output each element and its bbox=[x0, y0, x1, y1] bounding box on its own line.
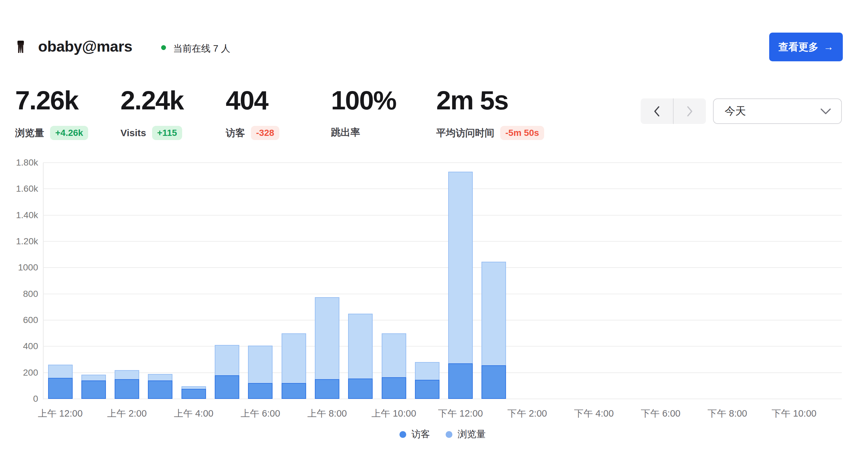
y-axis-tick-label: 1000 bbox=[0, 262, 38, 273]
bar-visitors bbox=[48, 378, 73, 399]
analytics-dashboard: obaby@mars 当前在线 7 人 查看更多 → 7.26k 浏览量 +4.… bbox=[0, 0, 868, 455]
y-axis-tick-label: 200 bbox=[0, 367, 38, 378]
bar-visitors bbox=[482, 365, 506, 399]
x-axis-tick-label: 下午 12:00 bbox=[438, 407, 483, 420]
x-axis-tick-label: 上午 12:00 bbox=[38, 407, 83, 420]
x-axis-tick-label: 上午 4:00 bbox=[174, 407, 213, 420]
bar-visitors bbox=[315, 379, 339, 399]
stat-value: 7.26k bbox=[15, 87, 120, 113]
page-title: obaby@mars bbox=[38, 37, 132, 55]
y-axis-tick-label: 1.40k bbox=[0, 210, 38, 220]
gridline bbox=[43, 267, 842, 268]
next-period-button[interactable] bbox=[674, 98, 706, 124]
x-axis-tick-label: 下午 10:00 bbox=[772, 407, 817, 420]
bar-visitors bbox=[148, 381, 173, 399]
legend-label: 访客 bbox=[411, 428, 430, 441]
view-more-label: 查看更多 bbox=[779, 40, 818, 54]
stat-change-badge: -328 bbox=[251, 126, 279, 140]
bar-visitors bbox=[115, 379, 139, 399]
date-range-select[interactable]: 今天 bbox=[713, 98, 842, 124]
stat-change-badge: +115 bbox=[152, 126, 182, 140]
stat-value: 404 bbox=[226, 87, 331, 113]
x-axis-tick-label: 上午 10:00 bbox=[371, 407, 416, 420]
x-axis-tick-label: 下午 2:00 bbox=[507, 407, 547, 420]
stat-bounce-rate: 100% 跳出率 bbox=[331, 87, 436, 139]
stat-label: 跳出率 bbox=[331, 126, 360, 139]
stat-label: 访客 bbox=[226, 127, 245, 140]
chevron-down-icon bbox=[820, 108, 832, 115]
legend-dot-pageviews bbox=[445, 431, 453, 438]
gridline bbox=[43, 241, 842, 242]
bar-visitors bbox=[448, 363, 473, 399]
gridline bbox=[43, 162, 842, 163]
stat-value: 100% bbox=[331, 87, 436, 113]
prev-period-button[interactable] bbox=[641, 98, 673, 124]
stat-label: 浏览量 bbox=[15, 127, 44, 140]
stat-change-badge: -5m 50s bbox=[500, 126, 544, 140]
y-axis-tick-label: 600 bbox=[0, 315, 38, 325]
y-axis-tick-label: 0 bbox=[0, 394, 38, 404]
chevron-left-icon bbox=[653, 105, 661, 118]
x-axis-tick-label: 下午 6:00 bbox=[641, 407, 681, 420]
stat-change-badge: +4.26k bbox=[50, 126, 88, 140]
bar-visitors bbox=[182, 389, 206, 399]
view-more-button[interactable]: 查看更多 → bbox=[769, 33, 843, 61]
x-axis-tick-label: 上午 2:00 bbox=[107, 407, 147, 420]
x-axis-tick-label: 下午 8:00 bbox=[708, 407, 747, 420]
y-axis-tick-label: 1.80k bbox=[0, 158, 38, 168]
x-axis-tick-label: 下午 4:00 bbox=[574, 407, 614, 420]
site-avatar bbox=[16, 41, 25, 53]
x-axis-tick-label: 上午 8:00 bbox=[307, 407, 347, 420]
bar-visitors bbox=[382, 377, 406, 399]
bar-visitors bbox=[215, 375, 239, 399]
online-status-text: 当前在线 7 人 bbox=[173, 42, 230, 55]
chevron-right-icon bbox=[686, 105, 694, 118]
stat-value: 2m 5s bbox=[436, 87, 604, 113]
y-axis-tick-label: 800 bbox=[0, 289, 38, 299]
legend-item-pageviews[interactable]: 浏览量 bbox=[445, 428, 486, 441]
stat-label: 平均访问时间 bbox=[436, 127, 494, 140]
chart-plot bbox=[43, 163, 842, 399]
legend-dot-visitors bbox=[399, 431, 406, 438]
stat-label: Visits bbox=[120, 127, 146, 138]
gridline bbox=[43, 215, 842, 216]
gridline bbox=[43, 294, 842, 294]
stat-pageviews: 7.26k 浏览量 +4.26k bbox=[15, 87, 120, 140]
online-status-dot bbox=[161, 45, 166, 50]
stat-value: 2.24k bbox=[120, 87, 226, 113]
gridline bbox=[43, 320, 842, 320]
y-axis-tick-label: 1.60k bbox=[0, 184, 38, 194]
arrow-right-icon: → bbox=[824, 41, 834, 53]
y-axis-tick-label: 1.20k bbox=[0, 236, 38, 247]
date-nav-group bbox=[641, 98, 706, 124]
stat-visits: 2.24k Visits +115 bbox=[120, 87, 226, 140]
bar-visitors bbox=[282, 383, 306, 399]
date-range-value: 今天 bbox=[724, 104, 746, 119]
y-axis-tick-label: 400 bbox=[0, 341, 38, 351]
gridline bbox=[43, 346, 842, 347]
x-axis-tick-label: 上午 6:00 bbox=[241, 407, 280, 420]
bar-visitors bbox=[348, 379, 373, 399]
bar-visitors bbox=[82, 381, 106, 399]
gridline bbox=[43, 372, 842, 373]
bar-visitors bbox=[415, 380, 439, 399]
gridline bbox=[43, 189, 842, 189]
legend-item-visitors[interactable]: 访客 bbox=[399, 428, 430, 441]
stat-visitors: 404 访客 -328 bbox=[226, 87, 331, 140]
bar-visitors bbox=[248, 383, 273, 399]
stat-avg-visit-time: 2m 5s 平均访问时间 -5m 50s bbox=[436, 87, 604, 140]
chart-legend: 访客 浏览量 bbox=[43, 428, 842, 441]
legend-label: 浏览量 bbox=[458, 428, 486, 441]
